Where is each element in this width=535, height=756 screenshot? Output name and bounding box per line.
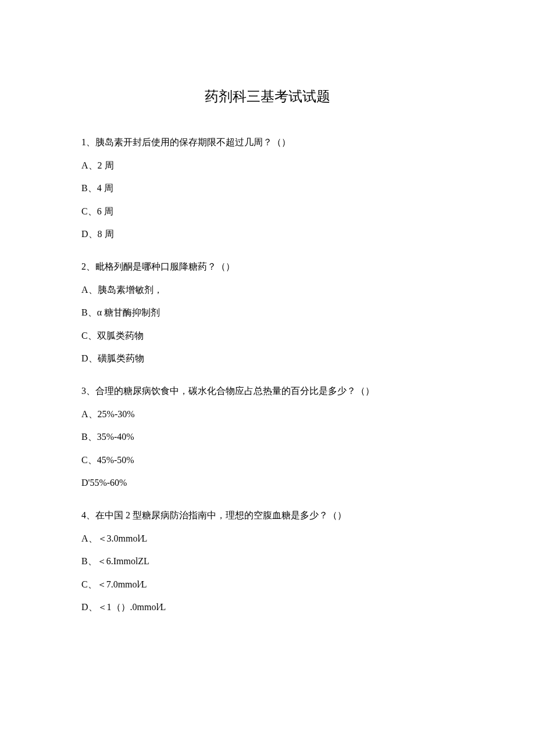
question-4: 4、在中国 2 型糖尿病防治指南中，理想的空腹血糖是多少？（） A、＜3.0mm… (81, 508, 454, 615)
option-d: D'55%-60% (81, 475, 454, 490)
option-a: A、＜3.0mmol∕L (81, 531, 454, 546)
option-d: D、＜1（）.0mmol∕L (81, 600, 454, 615)
question-text: 1、胰岛素开封后使用的保存期限不超过几周？（） (81, 135, 454, 150)
option-b: B、35%-40% (81, 429, 454, 445)
page-title: 药剂科三基考试试题 (81, 87, 454, 106)
option-c: C、＜7.0mmol∕L (81, 577, 454, 592)
question-1: 1、胰岛素开封后使用的保存期限不超过几周？（） A、2 周 B、4 周 C、6 … (81, 135, 454, 242)
option-a: A、2 周 (81, 158, 454, 173)
option-d: D、8 周 (81, 227, 454, 242)
question-2: 2、毗格列酮是哪种口服降糖药？（） A、胰岛素增敏剂， B、α 糖甘酶抑制剂 C… (81, 259, 454, 366)
option-a: A、胰岛素增敏剂， (81, 282, 454, 298)
option-c: C、6 周 (81, 204, 454, 219)
option-b: B、4 周 (81, 181, 454, 196)
option-a: A、25%-30% (81, 407, 454, 422)
option-b: B、＜6.ImmolZL (81, 554, 454, 569)
question-text: 3、合理的糖尿病饮食中，碳水化合物应占总热量的百分比是多少？（） (81, 384, 454, 399)
option-c: C、双胍类药物 (81, 328, 454, 343)
question-3: 3、合理的糖尿病饮食中，碳水化合物应占总热量的百分比是多少？（） A、25%-3… (81, 384, 454, 490)
option-d: D、磺胍类药物 (81, 351, 454, 366)
question-text: 4、在中国 2 型糖尿病防治指南中，理想的空腹血糖是多少？（） (81, 508, 454, 523)
option-c: C、45%-50% (81, 453, 454, 468)
option-b: B、α 糖甘酶抑制剂 (81, 305, 454, 320)
question-text: 2、毗格列酮是哪种口服降糖药？（） (81, 259, 454, 274)
